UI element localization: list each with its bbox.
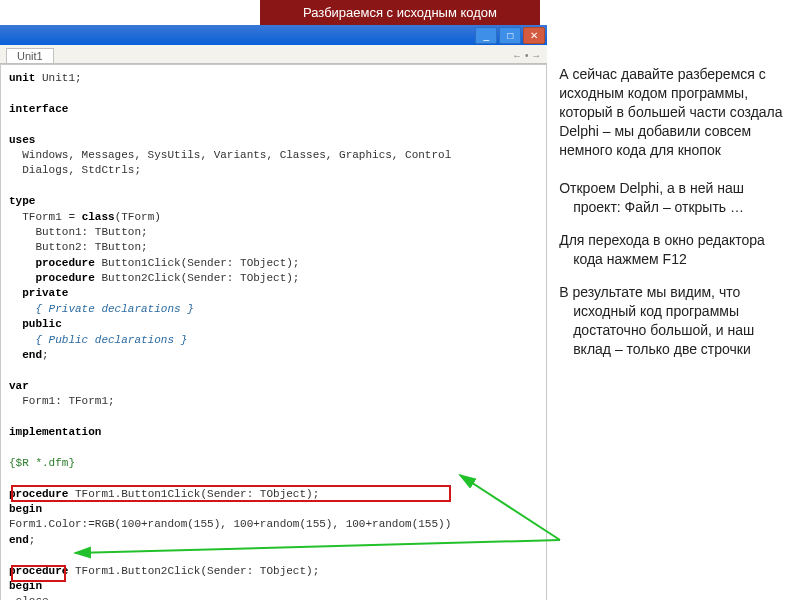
code-keyword: interface <box>9 103 68 115</box>
intro-paragraph: А сейчас давайте разберемся с исходным к… <box>559 65 788 159</box>
tab-unit1[interactable]: Unit1 <box>6 48 54 63</box>
code-text: Button2Click(Sender: TObject); <box>95 272 300 284</box>
step-3: В результате мы видим, что исходный код … <box>559 283 788 359</box>
code-keyword: uses <box>9 134 35 146</box>
code-text: TForm1 = <box>9 211 82 223</box>
code-text: Unit1; <box>35 72 81 84</box>
code-keyword: unit <box>9 72 35 84</box>
window-titlebar: _ □ ✕ <box>0 25 547 45</box>
maximize-button[interactable]: □ <box>499 27 521 44</box>
code-keyword: begin <box>9 503 42 515</box>
code-keyword: implementation <box>9 426 101 438</box>
minimize-button[interactable]: _ <box>475 27 497 44</box>
code-keyword: type <box>9 195 35 207</box>
code-text: TForm1.Button2Click(Sender: TObject); <box>68 565 319 577</box>
code-text: (TForm) <box>115 211 161 223</box>
code-directive: {$R *.dfm} <box>9 457 75 469</box>
code-text: Form1: TForm1; <box>9 395 115 407</box>
code-text <box>9 272 35 284</box>
code-text: close <box>9 595 49 600</box>
step-2: Для перехода в окно редактора кода нажме… <box>559 231 788 269</box>
code-keyword: end <box>9 534 29 546</box>
code-text <box>9 257 35 269</box>
code-editor-panel: _ □ ✕ Unit1 ← • → unit Unit1; interface … <box>0 25 547 600</box>
step-1: Откроем Delphi, а в ней наш проект: Файл… <box>559 179 788 217</box>
highlight-box-2 <box>11 565 66 582</box>
code-text: Form1.Color:=RGB(100+random(155), 100+ra… <box>9 518 451 530</box>
code-text: Dialogs, StdCtrls; <box>9 164 141 176</box>
code-comment: { Private declarations } <box>9 303 194 315</box>
code-keyword: private <box>9 287 68 299</box>
code-text: Button1Click(Sender: TObject); <box>95 257 300 269</box>
code-keyword: public <box>9 318 62 330</box>
code-text: Button1: TButton; <box>9 226 148 238</box>
close-button[interactable]: ✕ <box>523 27 545 44</box>
code-content: unit Unit1; interface uses Windows, Mess… <box>0 64 547 600</box>
explanation-panel: А сейчас давайте разберемся с исходным к… <box>547 25 800 600</box>
highlight-box-1 <box>11 485 451 502</box>
code-keyword: procedure <box>35 257 94 269</box>
code-keyword: class <box>82 211 115 223</box>
code-keyword: procedure <box>35 272 94 284</box>
code-keyword: end <box>9 349 42 361</box>
code-text: Button2: TButton; <box>9 241 148 253</box>
main-layout: _ □ ✕ Unit1 ← • → unit Unit1; interface … <box>0 25 800 600</box>
slide-title: Разбираемся с исходным кодом <box>260 0 540 25</box>
editor-tab-bar: Unit1 ← • → <box>0 45 547 64</box>
code-comment: { Public declarations } <box>9 334 187 346</box>
tab-nav-arrows[interactable]: ← • → <box>512 50 541 61</box>
code-keyword: var <box>9 380 29 392</box>
code-text: Windows, Messages, SysUtils, Variants, C… <box>9 149 451 161</box>
